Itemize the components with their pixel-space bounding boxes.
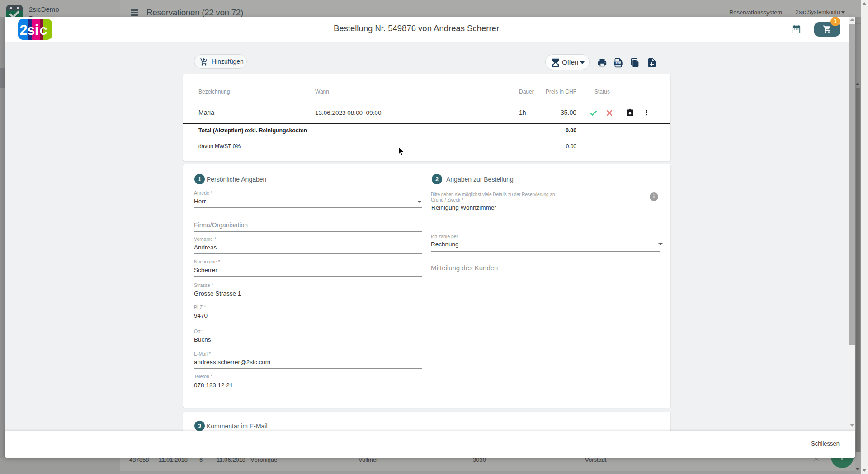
- svg-text:PDF: PDF: [616, 62, 621, 65]
